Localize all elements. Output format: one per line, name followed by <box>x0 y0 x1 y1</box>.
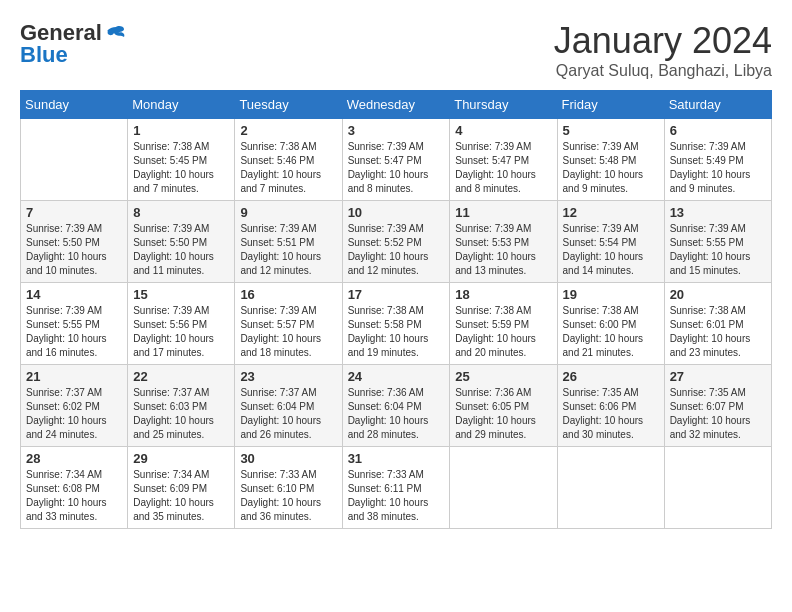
day-number: 26 <box>563 369 659 384</box>
weekday-header-thursday: Thursday <box>450 91 557 119</box>
day-info: Sunrise: 7:39 AM Sunset: 5:55 PM Dayligh… <box>26 304 122 360</box>
calendar-cell: 30Sunrise: 7:33 AM Sunset: 6:10 PM Dayli… <box>235 447 342 529</box>
day-info: Sunrise: 7:39 AM Sunset: 5:48 PM Dayligh… <box>563 140 659 196</box>
day-number: 9 <box>240 205 336 220</box>
title-section: January 2024 Qaryat Suluq, Banghazi, Lib… <box>554 20 772 80</box>
calendar-cell: 8Sunrise: 7:39 AM Sunset: 5:50 PM Daylig… <box>128 201 235 283</box>
calendar-cell: 24Sunrise: 7:36 AM Sunset: 6:04 PM Dayli… <box>342 365 450 447</box>
calendar-cell: 1Sunrise: 7:38 AM Sunset: 5:45 PM Daylig… <box>128 119 235 201</box>
weekday-header-saturday: Saturday <box>664 91 771 119</box>
day-number: 19 <box>563 287 659 302</box>
calendar-cell: 27Sunrise: 7:35 AM Sunset: 6:07 PM Dayli… <box>664 365 771 447</box>
day-number: 17 <box>348 287 445 302</box>
calendar-cell: 14Sunrise: 7:39 AM Sunset: 5:55 PM Dayli… <box>21 283 128 365</box>
day-number: 8 <box>133 205 229 220</box>
day-info: Sunrise: 7:38 AM Sunset: 6:01 PM Dayligh… <box>670 304 766 360</box>
weekday-header-row: SundayMondayTuesdayWednesdayThursdayFrid… <box>21 91 772 119</box>
day-info: Sunrise: 7:39 AM Sunset: 5:53 PM Dayligh… <box>455 222 551 278</box>
calendar-cell: 16Sunrise: 7:39 AM Sunset: 5:57 PM Dayli… <box>235 283 342 365</box>
calendar-cell: 4Sunrise: 7:39 AM Sunset: 5:47 PM Daylig… <box>450 119 557 201</box>
calendar-cell: 31Sunrise: 7:33 AM Sunset: 6:11 PM Dayli… <box>342 447 450 529</box>
day-info: Sunrise: 7:39 AM Sunset: 5:49 PM Dayligh… <box>670 140 766 196</box>
day-number: 21 <box>26 369 122 384</box>
logo: General Blue <box>20 20 126 68</box>
calendar-cell: 15Sunrise: 7:39 AM Sunset: 5:56 PM Dayli… <box>128 283 235 365</box>
day-info: Sunrise: 7:35 AM Sunset: 6:06 PM Dayligh… <box>563 386 659 442</box>
calendar-cell: 22Sunrise: 7:37 AM Sunset: 6:03 PM Dayli… <box>128 365 235 447</box>
day-number: 12 <box>563 205 659 220</box>
day-info: Sunrise: 7:37 AM Sunset: 6:03 PM Dayligh… <box>133 386 229 442</box>
day-number: 20 <box>670 287 766 302</box>
calendar-cell: 10Sunrise: 7:39 AM Sunset: 5:52 PM Dayli… <box>342 201 450 283</box>
day-info: Sunrise: 7:39 AM Sunset: 5:57 PM Dayligh… <box>240 304 336 360</box>
calendar-table: SundayMondayTuesdayWednesdayThursdayFrid… <box>20 90 772 529</box>
weekday-header-wednesday: Wednesday <box>342 91 450 119</box>
logo-blue: Blue <box>20 42 68 68</box>
calendar-cell: 5Sunrise: 7:39 AM Sunset: 5:48 PM Daylig… <box>557 119 664 201</box>
calendar-week-row: 21Sunrise: 7:37 AM Sunset: 6:02 PM Dayli… <box>21 365 772 447</box>
day-number: 30 <box>240 451 336 466</box>
day-number: 22 <box>133 369 229 384</box>
calendar-cell: 26Sunrise: 7:35 AM Sunset: 6:06 PM Dayli… <box>557 365 664 447</box>
logo-bird-icon <box>106 25 126 41</box>
day-number: 2 <box>240 123 336 138</box>
day-info: Sunrise: 7:39 AM Sunset: 5:51 PM Dayligh… <box>240 222 336 278</box>
day-info: Sunrise: 7:36 AM Sunset: 6:05 PM Dayligh… <box>455 386 551 442</box>
day-info: Sunrise: 7:38 AM Sunset: 5:45 PM Dayligh… <box>133 140 229 196</box>
calendar-cell: 3Sunrise: 7:39 AM Sunset: 5:47 PM Daylig… <box>342 119 450 201</box>
day-number: 1 <box>133 123 229 138</box>
calendar-week-row: 14Sunrise: 7:39 AM Sunset: 5:55 PM Dayli… <box>21 283 772 365</box>
day-number: 18 <box>455 287 551 302</box>
month-title: January 2024 <box>554 20 772 62</box>
day-number: 13 <box>670 205 766 220</box>
day-number: 6 <box>670 123 766 138</box>
calendar-cell: 17Sunrise: 7:38 AM Sunset: 5:58 PM Dayli… <box>342 283 450 365</box>
calendar-week-row: 1Sunrise: 7:38 AM Sunset: 5:45 PM Daylig… <box>21 119 772 201</box>
day-number: 27 <box>670 369 766 384</box>
calendar-cell: 23Sunrise: 7:37 AM Sunset: 6:04 PM Dayli… <box>235 365 342 447</box>
calendar-cell <box>557 447 664 529</box>
page-header: General Blue January 2024 Qaryat Suluq, … <box>20 20 772 80</box>
day-info: Sunrise: 7:35 AM Sunset: 6:07 PM Dayligh… <box>670 386 766 442</box>
calendar-cell <box>21 119 128 201</box>
day-info: Sunrise: 7:39 AM Sunset: 5:47 PM Dayligh… <box>348 140 445 196</box>
calendar-week-row: 28Sunrise: 7:34 AM Sunset: 6:08 PM Dayli… <box>21 447 772 529</box>
day-number: 10 <box>348 205 445 220</box>
weekday-header-sunday: Sunday <box>21 91 128 119</box>
day-info: Sunrise: 7:37 AM Sunset: 6:02 PM Dayligh… <box>26 386 122 442</box>
day-info: Sunrise: 7:34 AM Sunset: 6:08 PM Dayligh… <box>26 468 122 524</box>
day-info: Sunrise: 7:38 AM Sunset: 5:46 PM Dayligh… <box>240 140 336 196</box>
weekday-header-monday: Monday <box>128 91 235 119</box>
calendar-cell: 28Sunrise: 7:34 AM Sunset: 6:08 PM Dayli… <box>21 447 128 529</box>
day-number: 29 <box>133 451 229 466</box>
calendar-cell: 11Sunrise: 7:39 AM Sunset: 5:53 PM Dayli… <box>450 201 557 283</box>
day-number: 24 <box>348 369 445 384</box>
calendar-body: 1Sunrise: 7:38 AM Sunset: 5:45 PM Daylig… <box>21 119 772 529</box>
day-info: Sunrise: 7:34 AM Sunset: 6:09 PM Dayligh… <box>133 468 229 524</box>
calendar-cell: 29Sunrise: 7:34 AM Sunset: 6:09 PM Dayli… <box>128 447 235 529</box>
day-number: 3 <box>348 123 445 138</box>
day-info: Sunrise: 7:39 AM Sunset: 5:47 PM Dayligh… <box>455 140 551 196</box>
day-info: Sunrise: 7:39 AM Sunset: 5:56 PM Dayligh… <box>133 304 229 360</box>
calendar-cell: 25Sunrise: 7:36 AM Sunset: 6:05 PM Dayli… <box>450 365 557 447</box>
calendar-cell: 6Sunrise: 7:39 AM Sunset: 5:49 PM Daylig… <box>664 119 771 201</box>
day-number: 15 <box>133 287 229 302</box>
calendar-cell: 2Sunrise: 7:38 AM Sunset: 5:46 PM Daylig… <box>235 119 342 201</box>
calendar-cell: 19Sunrise: 7:38 AM Sunset: 6:00 PM Dayli… <box>557 283 664 365</box>
day-info: Sunrise: 7:38 AM Sunset: 5:59 PM Dayligh… <box>455 304 551 360</box>
day-number: 28 <box>26 451 122 466</box>
day-info: Sunrise: 7:39 AM Sunset: 5:54 PM Dayligh… <box>563 222 659 278</box>
calendar-cell: 21Sunrise: 7:37 AM Sunset: 6:02 PM Dayli… <box>21 365 128 447</box>
calendar-week-row: 7Sunrise: 7:39 AM Sunset: 5:50 PM Daylig… <box>21 201 772 283</box>
weekday-header-tuesday: Tuesday <box>235 91 342 119</box>
calendar-cell: 18Sunrise: 7:38 AM Sunset: 5:59 PM Dayli… <box>450 283 557 365</box>
day-info: Sunrise: 7:38 AM Sunset: 6:00 PM Dayligh… <box>563 304 659 360</box>
calendar-cell <box>450 447 557 529</box>
calendar-cell: 12Sunrise: 7:39 AM Sunset: 5:54 PM Dayli… <box>557 201 664 283</box>
calendar-cell: 9Sunrise: 7:39 AM Sunset: 5:51 PM Daylig… <box>235 201 342 283</box>
day-number: 7 <box>26 205 122 220</box>
day-info: Sunrise: 7:39 AM Sunset: 5:52 PM Dayligh… <box>348 222 445 278</box>
weekday-header-friday: Friday <box>557 91 664 119</box>
day-info: Sunrise: 7:37 AM Sunset: 6:04 PM Dayligh… <box>240 386 336 442</box>
day-number: 14 <box>26 287 122 302</box>
